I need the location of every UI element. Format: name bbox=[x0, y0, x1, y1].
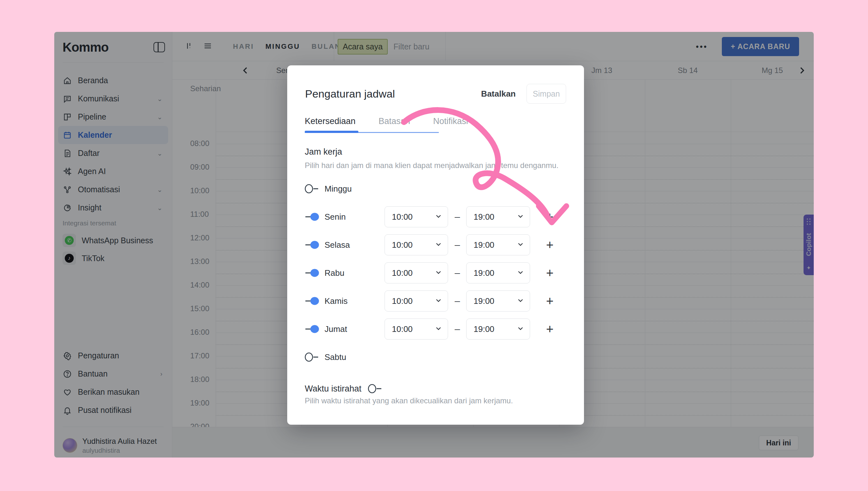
save-button[interactable]: Simpan bbox=[526, 84, 566, 104]
chevron-down-icon bbox=[517, 241, 530, 249]
day-row-jumat: Jumat 10:00 – 19:00 + bbox=[305, 315, 566, 343]
tab-notifikasi[interactable]: Notifikasi bbox=[433, 116, 468, 126]
day-row-minggu: Minggu – + bbox=[305, 175, 566, 203]
schedule-settings-modal: Pengaturan jadwal Batalkan Simpan Keters… bbox=[287, 65, 584, 425]
end-time-select[interactable]: 19:00 bbox=[466, 206, 530, 227]
day-row-rabu: Rabu 10:00 – 19:00 + bbox=[305, 259, 566, 287]
toggle-off-icon[interactable] bbox=[305, 184, 320, 195]
chevron-down-icon bbox=[435, 213, 448, 221]
day-row-senin: Senin 10:00 – 19:00 + bbox=[305, 203, 566, 231]
chevron-down-icon bbox=[517, 213, 530, 221]
start-time-select[interactable]: 10:00 bbox=[384, 262, 448, 284]
toggle-on-icon[interactable] bbox=[305, 212, 320, 223]
day-label: Jumat bbox=[325, 315, 347, 343]
day-label: Kamis bbox=[325, 287, 348, 315]
time-range-dash: – bbox=[452, 259, 462, 287]
chevron-down-icon bbox=[435, 325, 448, 333]
day-label: Rabu bbox=[325, 259, 344, 287]
end-time-select[interactable]: 19:00 bbox=[466, 234, 530, 255]
break-time-label: Waktu istirahat bbox=[305, 384, 361, 394]
active-tab-underline bbox=[305, 131, 358, 133]
toggle-off-icon[interactable] bbox=[305, 352, 320, 363]
time-range-dash: – bbox=[452, 315, 462, 343]
day-row-kamis: Kamis 10:00 – 19:00 + bbox=[305, 287, 566, 315]
cancel-button[interactable]: Batalkan bbox=[481, 89, 516, 99]
chevron-down-icon bbox=[517, 297, 530, 305]
tab-ketersediaan[interactable]: Ketersediaan bbox=[305, 116, 355, 126]
time-range-dash: – bbox=[452, 287, 462, 315]
chevron-down-icon bbox=[517, 269, 530, 277]
time-range-dash: – bbox=[452, 203, 462, 231]
start-time-select[interactable]: 10:00 bbox=[384, 290, 448, 312]
day-label: Senin bbox=[325, 203, 346, 231]
day-label: Minggu bbox=[325, 175, 352, 203]
add-interval-button[interactable]: + bbox=[542, 259, 558, 287]
toggle-on-icon[interactable] bbox=[305, 240, 320, 251]
modal-tabs: Ketersediaan Batasan Notifikasi bbox=[305, 116, 468, 126]
chevron-down-icon bbox=[435, 241, 448, 249]
modal-title: Pengaturan jadwal bbox=[305, 88, 395, 100]
toggle-on-icon[interactable] bbox=[305, 324, 320, 335]
time-range-dash: – bbox=[452, 231, 462, 259]
add-interval-button[interactable]: + bbox=[542, 203, 558, 231]
screenshot-canvas: Kommo Beranda Komunikasi ⌄ Pipeline ⌄ bbox=[0, 0, 868, 491]
day-row-sabtu: Sabtu – + bbox=[305, 343, 566, 371]
add-interval-button[interactable]: + bbox=[542, 231, 558, 259]
work-hours-description: Pilih hari dan jam di mana klien dapat m… bbox=[305, 161, 559, 170]
add-interval-button[interactable]: + bbox=[542, 287, 558, 315]
toggle-off-icon[interactable] bbox=[368, 384, 383, 394]
toggle-on-icon[interactable] bbox=[305, 268, 320, 279]
chevron-down-icon bbox=[517, 325, 530, 333]
start-time-select[interactable]: 10:00 bbox=[384, 319, 448, 340]
tab-batasan[interactable]: Batasan bbox=[378, 116, 410, 126]
chevron-down-icon bbox=[435, 269, 448, 277]
day-row-selasa: Selasa 10:00 – 19:00 + bbox=[305, 231, 566, 259]
end-time-select[interactable]: 19:00 bbox=[466, 262, 530, 284]
break-time-description: Pilih waktu istirahat yang akan dikecual… bbox=[305, 396, 513, 405]
end-time-select[interactable]: 19:00 bbox=[466, 290, 530, 312]
day-label: Sabtu bbox=[325, 343, 346, 371]
start-time-select[interactable]: 10:00 bbox=[384, 234, 448, 255]
toggle-on-icon[interactable] bbox=[305, 296, 320, 307]
day-label: Selasa bbox=[325, 231, 350, 259]
start-time-select[interactable]: 10:00 bbox=[384, 206, 448, 227]
add-interval-button[interactable]: + bbox=[542, 315, 558, 343]
chevron-down-icon bbox=[435, 297, 448, 305]
end-time-select[interactable]: 19:00 bbox=[466, 319, 530, 340]
work-hours-title: Jam kerja bbox=[305, 147, 342, 157]
